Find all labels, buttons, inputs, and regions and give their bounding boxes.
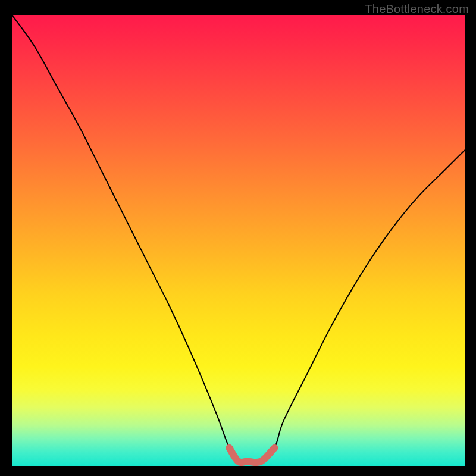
chart-stage: TheBottleneck.com [0,0,476,476]
optimal-zone-highlight [229,448,274,463]
curve-layer [12,15,465,466]
plot-area [12,15,465,466]
bottleneck-curve [12,15,465,462]
watermark-text: TheBottleneck.com [365,2,469,16]
